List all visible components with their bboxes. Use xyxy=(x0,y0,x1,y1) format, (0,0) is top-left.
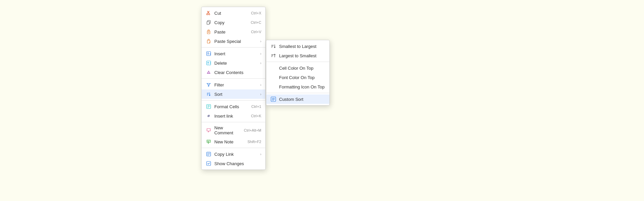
sort-submenu-separator-2 xyxy=(266,93,329,93)
copy-link-label: Copy Link xyxy=(214,152,259,157)
paste-label: Paste xyxy=(214,29,248,35)
format-cells-shortcut: Ctrl+1 xyxy=(251,105,261,109)
delete-arrow: › xyxy=(260,61,261,65)
custom-sort-label: Custom Sort xyxy=(279,97,303,102)
svg-rect-16 xyxy=(208,62,209,63)
delete-icon xyxy=(206,60,212,66)
menu-item-insert[interactable]: Insert › xyxy=(202,49,265,58)
sort-submenu-separator-1 xyxy=(266,62,329,62)
svg-rect-17 xyxy=(208,63,209,64)
insert-arrow: › xyxy=(260,52,261,56)
insert-icon xyxy=(206,51,212,57)
menu-item-clear-contents[interactable]: Clear Contents xyxy=(202,68,265,77)
menu-item-copy[interactable]: Copy Ctrl+C xyxy=(202,18,265,27)
show-changes-icon xyxy=(206,160,212,166)
insert-link-icon xyxy=(206,113,212,119)
menu-item-new-note[interactable]: New Note Shift+F2 xyxy=(202,137,265,146)
paste-shortcut: Ctrl+V xyxy=(251,30,261,34)
copy-link-arrow: › xyxy=(260,152,261,156)
copy-icon xyxy=(206,19,212,25)
menu-item-paste-special[interactable]: Paste Special › xyxy=(202,37,265,46)
clear-contents-label: Clear Contents xyxy=(214,70,261,75)
cell-color-icon xyxy=(270,65,276,71)
smallest-largest-label: Smallest to Largest xyxy=(279,44,316,49)
menu-item-delete[interactable]: Delete › xyxy=(202,58,265,68)
menu-item-copy-link[interactable]: Copy Link › xyxy=(202,149,265,159)
separator-1 xyxy=(202,47,265,48)
submenu-item-formatting-icon[interactable]: Formatting Icon On Top xyxy=(266,82,329,91)
separator-3 xyxy=(202,100,265,100)
svg-rect-5 xyxy=(207,21,209,24)
clear-icon xyxy=(206,69,212,75)
svg-point-3 xyxy=(209,14,210,15)
separator-5 xyxy=(202,148,265,148)
font-color-icon xyxy=(270,74,276,80)
formatting-icon-label: Formatting Icon On Top xyxy=(279,84,325,89)
background: Cut Ctrl+X Copy Ctrl+C xyxy=(0,0,644,201)
submenu-item-largest-smallest[interactable]: Largest to Smallest xyxy=(266,51,329,60)
menu-item-cut[interactable]: Cut Ctrl+X xyxy=(202,8,265,18)
copy-shortcut: Ctrl+C xyxy=(251,20,261,24)
sort-label: Sort xyxy=(214,92,259,97)
new-note-shortcut: Shift+F2 xyxy=(248,140,261,144)
submenu-item-font-color[interactable]: Font Color On Top xyxy=(266,73,329,82)
paste-special-arrow: › xyxy=(260,40,261,43)
cell-color-label: Cell Color On Top xyxy=(279,66,313,71)
format-cells-icon xyxy=(206,104,212,110)
insert-link-label: Insert link xyxy=(214,114,248,119)
filter-icon xyxy=(206,82,212,88)
submenu-item-smallest-largest[interactable]: Smallest to Largest xyxy=(266,42,329,51)
cut-label: Cut xyxy=(214,11,248,16)
insert-label: Insert xyxy=(214,51,259,56)
sort-arrow: › xyxy=(260,92,261,96)
custom-sort-icon xyxy=(270,96,276,102)
menu-item-format-cells[interactable]: Format Cells Ctrl+1 xyxy=(202,102,265,111)
sort-icon xyxy=(206,91,212,97)
copy-label: Copy xyxy=(214,20,248,25)
formatting-icon-icon xyxy=(270,84,276,90)
insert-link-shortcut: Ctrl+K xyxy=(251,114,261,118)
svg-point-21 xyxy=(208,73,209,73)
largest-smallest-label: Largest to Smallest xyxy=(279,53,316,58)
filter-label: Filter xyxy=(214,82,259,87)
separator-4 xyxy=(202,122,265,122)
new-comment-label: New Comment xyxy=(214,125,241,135)
svg-rect-11 xyxy=(208,39,209,40)
delete-label: Delete xyxy=(214,61,259,66)
svg-rect-14 xyxy=(208,54,209,55)
new-comment-shortcut: Ctrl+Alt+M xyxy=(244,128,261,132)
menu-item-insert-link[interactable]: Insert link Ctrl+K xyxy=(202,111,265,121)
paste-special-icon xyxy=(206,38,212,44)
separator-2 xyxy=(202,78,265,79)
sort-desc-icon xyxy=(270,53,276,59)
copy-link-icon xyxy=(206,151,212,157)
svg-rect-13 xyxy=(208,53,209,54)
submenu-item-custom-sort[interactable]: Custom Sort xyxy=(266,94,329,104)
format-cells-label: Format Cells xyxy=(214,104,249,109)
cut-icon xyxy=(206,10,212,16)
paste-icon xyxy=(206,29,212,35)
menu-item-show-changes[interactable]: Show Changes xyxy=(202,159,265,168)
menu-item-paste[interactable]: Paste Ctrl+V xyxy=(202,27,265,37)
cut-shortcut: Ctrl+X xyxy=(251,11,261,15)
paste-special-label: Paste Special xyxy=(214,39,259,44)
svg-point-2 xyxy=(207,14,208,15)
new-comment-icon xyxy=(206,127,212,133)
sort-asc-icon xyxy=(270,43,276,49)
menu-item-filter[interactable]: Filter › xyxy=(202,80,265,89)
new-note-label: New Note xyxy=(214,139,245,144)
submenu-item-cell-color[interactable]: Cell Color On Top xyxy=(266,63,329,73)
font-color-label: Font Color On Top xyxy=(279,75,315,80)
svg-rect-43 xyxy=(207,161,211,165)
filter-arrow: › xyxy=(260,83,261,87)
context-menu: Cut Ctrl+X Copy Ctrl+C xyxy=(201,7,266,170)
show-changes-label: Show Changes xyxy=(214,161,261,166)
svg-rect-7 xyxy=(208,30,209,31)
menu-item-new-comment[interactable]: New Comment Ctrl+Alt+M xyxy=(202,124,265,137)
new-note-icon xyxy=(206,139,212,145)
menu-item-sort[interactable]: Sort › Smallest to Largest xyxy=(202,89,265,99)
sort-submenu: Smallest to Largest Largest to Smallest xyxy=(266,40,330,106)
